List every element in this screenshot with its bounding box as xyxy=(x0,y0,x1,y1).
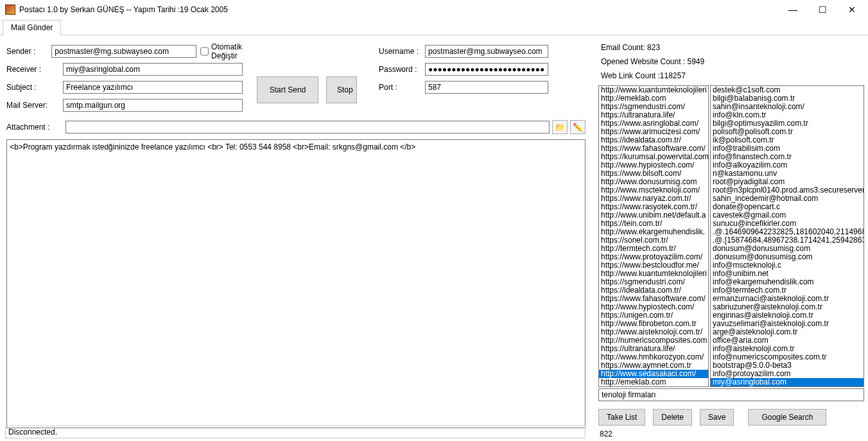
minimize-button[interactable]: — xyxy=(778,0,808,19)
tab-mail-gonder[interactable]: Mail Gönder xyxy=(3,20,61,35)
auto-change-label: Otomatik Değiştir xyxy=(211,42,257,60)
username-label: Username : xyxy=(379,47,425,56)
auto-change-checkbox[interactable] xyxy=(200,47,209,56)
mailserver-input[interactable] xyxy=(63,99,243,112)
counter-label: 822 xyxy=(598,429,864,438)
window-title: Postacı 1.0 by Serkan GÜNEŞ -- Yapım Tar… xyxy=(19,5,778,14)
start-send-button[interactable]: Start Send xyxy=(257,76,318,103)
mailserver-label: Mail Server: xyxy=(6,101,63,110)
sender-label: Sender : xyxy=(6,47,51,56)
left-panel: Sender : Otomatik Değiştir Receiver : Su… xyxy=(0,35,592,431)
message-body[interactable]: <b>Program yazdırmak istedğininizde free… xyxy=(6,139,586,428)
sender-input[interactable] xyxy=(51,45,196,58)
opened-website-count-label: Opened Website Count : 5949 xyxy=(601,55,864,69)
receiver-label: Receiver : xyxy=(6,65,63,74)
right-panel: Email Count: 823 Opened Website Count : … xyxy=(592,35,868,431)
search-input[interactable] xyxy=(598,388,864,401)
list-item[interactable]: miy@asringlobal.com xyxy=(711,378,864,386)
take-list-button[interactable]: Take List xyxy=(598,409,645,426)
attachment-input[interactable] xyxy=(65,121,550,134)
folder-icon: 📁 xyxy=(555,123,565,132)
username-input[interactable] xyxy=(425,45,548,58)
close-button[interactable]: ✕ xyxy=(837,0,867,19)
password-label: Password : xyxy=(379,65,425,74)
subject-label: Subject : xyxy=(6,83,63,92)
edit-attachment-button[interactable]: ✏️ xyxy=(570,120,586,134)
list-item[interactable]: http://emeklab.com xyxy=(599,378,708,386)
browse-attachment-button[interactable]: 📁 xyxy=(552,120,568,134)
titlebar: Postacı 1.0 by Serkan GÜNEŞ -- Yapım Tar… xyxy=(0,0,868,19)
app-icon xyxy=(5,4,15,15)
web-link-count-label: Web Link Count :118257 xyxy=(601,69,864,83)
delete-button[interactable]: Delete xyxy=(653,409,692,426)
maximize-button[interactable]: ☐ xyxy=(808,0,837,19)
save-button[interactable]: Save xyxy=(700,409,734,426)
port-label: Port : xyxy=(379,83,425,92)
port-input[interactable] xyxy=(425,81,548,94)
receiver-input[interactable] xyxy=(63,63,243,76)
subject-input[interactable] xyxy=(63,81,243,94)
email-count-label: Email Count: 823 xyxy=(601,40,864,55)
tabstrip: Mail Gönder xyxy=(0,19,868,35)
stop-button[interactable]: Stop xyxy=(326,76,357,103)
pencil-icon: ✏️ xyxy=(573,123,583,132)
password-input[interactable] xyxy=(425,63,548,76)
status-bar: Disconnected. xyxy=(5,426,586,438)
google-search-button[interactable]: Google Search xyxy=(748,409,826,426)
weblinks-listbox[interactable]: http://www.kuantumteknolojilerihttp://em… xyxy=(598,85,709,387)
emails-listbox[interactable]: destek@c1soft.combilgi@balabanisg.com.tr… xyxy=(710,85,864,387)
attachment-label: Attachment : xyxy=(6,123,63,132)
